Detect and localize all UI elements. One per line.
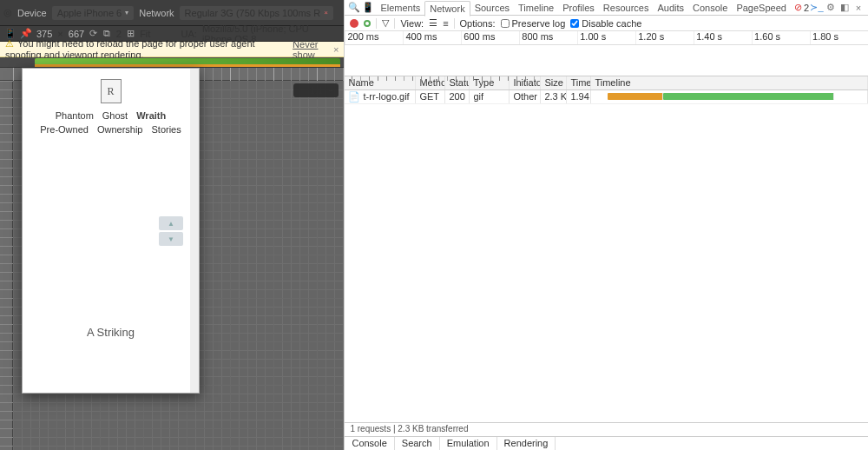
swap-icon[interactable]: ⟳	[89, 29, 97, 39]
network-overview[interactable]	[345, 45, 868, 76]
tab-resources[interactable]: Resources	[599, 1, 654, 15]
gear-icon[interactable]: ⚙	[825, 2, 837, 14]
device-icon[interactable]: 📱	[362, 2, 374, 14]
filter-icon[interactable]: ▽	[382, 17, 389, 29]
width-field[interactable]: 375	[36, 29, 52, 39]
device-canvas[interactable]: − 1.1 + R Phantom Ghost Wraith Pre-Owned…	[13, 81, 344, 450]
close-warning[interactable]: ×	[333, 44, 339, 55]
error-count[interactable]: ⊘2	[794, 2, 809, 13]
col-size[interactable]: Size	[541, 76, 567, 89]
dock-icon[interactable]: ◧	[838, 2, 851, 14]
height-field[interactable]: 667	[69, 29, 84, 39]
record-button[interactable]	[350, 19, 358, 28]
tab-audits[interactable]: Audits	[653, 1, 688, 15]
sort-down[interactable]: ▼	[159, 232, 183, 246]
nav-preowned[interactable]: Pre-Owned	[40, 124, 89, 135]
tab-profiles[interactable]: Profiles	[558, 1, 599, 15]
pin-icon[interactable]: 📌	[21, 29, 31, 39]
col-name[interactable]: Name	[345, 76, 416, 89]
page-headline: A Striking	[30, 326, 192, 339]
close-icon[interactable]: ×	[852, 2, 865, 14]
view-small-icon[interactable]: ≡	[443, 18, 448, 29]
site-nav: Phantom Ghost Wraith Pre-Owned Ownership…	[30, 110, 192, 135]
col-timeline[interactable]: Timeline	[591, 76, 868, 89]
warning-icon: ⚠	[5, 38, 14, 49]
network-status: 1 requests | 2.3 KB transferred	[345, 422, 868, 436]
sort-buttons: ▲ ▼	[159, 216, 183, 248]
drawer-tabs: ConsoleSearchEmulationRendering	[345, 436, 868, 450]
network-row[interactable]: 📄 t-rr-logo.gifGET200gifOther2.3 KB1.94 …	[345, 90, 868, 104]
tab-console[interactable]: Console	[688, 1, 732, 15]
drawer-search[interactable]: Search	[395, 437, 440, 450]
devtools-tabs: 🔍 📱 ElementsNetworkSourcesTimelineProfil…	[345, 0, 868, 16]
fit-icon[interactable]: ⊞	[127, 29, 135, 39]
preserve-log-checkbox[interactable]: Preserve log	[501, 18, 566, 29]
sort-up[interactable]: ▲	[159, 216, 183, 230]
nav-ownership[interactable]: Ownership	[97, 124, 143, 135]
screenshot-timeline[interactable]	[0, 57, 344, 68]
search-icon[interactable]: 🔍	[348, 2, 360, 14]
network-columns: Name Method Status Type Initiator Size T…	[345, 76, 868, 90]
disable-cache-checkbox[interactable]: Disable cache	[570, 18, 641, 29]
col-status[interactable]: Status	[445, 76, 470, 89]
drawer-console[interactable]: Console	[345, 437, 394, 450]
drawer-emulation[interactable]: Emulation	[440, 437, 497, 450]
brand-logo[interactable]: R	[101, 79, 122, 103]
drawer-rendering[interactable]: Rendering	[497, 437, 556, 450]
throttle-select[interactable]: Regular 3G (750 Kbps 100ms R×	[180, 6, 333, 20]
nav-wraith[interactable]: Wraith	[136, 110, 166, 121]
fit-label[interactable]: Fit	[140, 29, 150, 39]
ruler-vertical	[0, 81, 13, 450]
page-content: R Phantom Ghost Wraith Pre-Owned Ownersh…	[23, 69, 199, 339]
dpr-value: 2	[116, 29, 122, 39]
network-label: Network	[139, 8, 174, 18]
nav-phantom[interactable]: Phantom	[56, 110, 94, 121]
tab-network[interactable]: Network	[424, 1, 470, 17]
warning-bar: ⚠You might need to reload the page for p…	[0, 42, 344, 57]
tab-elements[interactable]: Elements	[376, 1, 424, 15]
tab-pagespeed[interactable]: PageSpeed	[732, 1, 791, 15]
device-scrollbar[interactable]	[190, 69, 199, 393]
device-label: Device	[17, 8, 47, 18]
device-mode-pane: ◎ Device Apple iPhone 6▾ Network Regular…	[0, 0, 344, 450]
view-large-icon[interactable]: ☰	[429, 17, 437, 29]
network-ruler[interactable]: 200 ms400 ms600 ms800 ms1.00 s1.20 s1.40…	[345, 31, 868, 45]
devtools-panel: 🔍 📱 ElementsNetworkSourcesTimelineProfil…	[344, 0, 868, 450]
device-frame[interactable]: R Phantom Ghost Wraith Pre-Owned Ownersh…	[22, 68, 200, 394]
col-time[interactable]: Time	[567, 76, 591, 89]
device-select[interactable]: Apple iPhone 6▾	[52, 6, 135, 20]
never-show-link[interactable]: Never show	[293, 39, 326, 60]
rotate-icon[interactable]: 📱	[5, 29, 16, 39]
console-icon[interactable]: ≻_	[811, 2, 823, 14]
ua-label: UA:	[181, 29, 197, 39]
zoom-value: 1.1	[310, 85, 323, 96]
network-body[interactable]: 📄 t-rr-logo.gifGET200gifOther2.3 KB1.94 …	[345, 90, 868, 422]
network-toolbar: ▽ View: ☰ ≡ Options: Preserve log Disabl…	[345, 16, 868, 31]
nav-stories[interactable]: Stories	[151, 124, 181, 135]
zoom-in[interactable]: +	[328, 85, 333, 96]
zoom-control: − 1.1 +	[293, 83, 339, 97]
device-toolbar: ◎ Device Apple iPhone 6▾ Network Regular…	[0, 0, 344, 26]
inspect-icon[interactable]: ◎	[3, 7, 12, 18]
nav-ghost[interactable]: Ghost	[102, 110, 128, 121]
tab-sources[interactable]: Sources	[470, 1, 514, 15]
zoom-out[interactable]: −	[299, 85, 304, 96]
clear-button[interactable]	[364, 20, 371, 27]
dpr-icon[interactable]: ⧉	[102, 29, 110, 39]
tab-timeline[interactable]: Timeline	[514, 1, 558, 15]
